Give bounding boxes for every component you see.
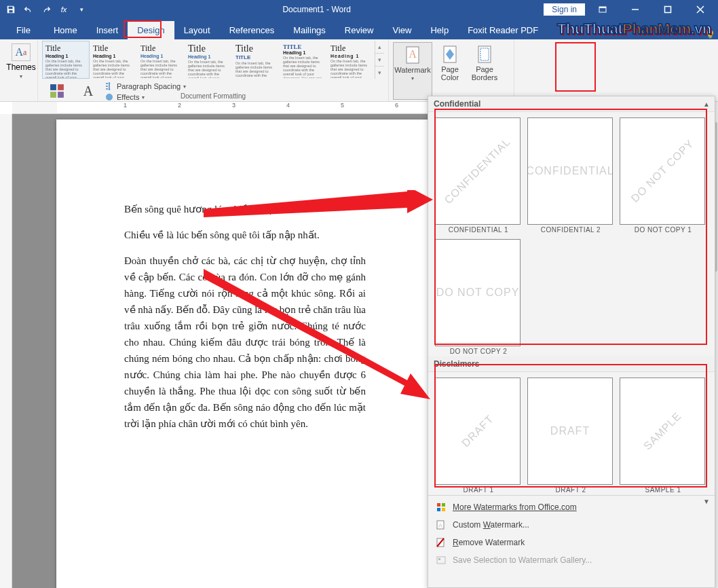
- paragraph-3: Đoàn thuyền chở các bà, các chị từ chợ h…: [124, 253, 366, 432]
- watermark-option[interactable]: DRAFTDRAFT 1: [435, 378, 522, 494]
- confidential-grid: CONFIDENTIALCONFIDENTIAL 1CONFIDENTIALCO…: [428, 112, 715, 356]
- paragraph-2: Chiều về là lúc bến sông quê tôi tấp nập…: [124, 227, 366, 243]
- page-borders-button[interactable]: Page Borders: [468, 42, 502, 100]
- sign-in-button[interactable]: Sign in: [544, 3, 585, 16]
- watermark-preview-text: CONFIDENTIAL: [442, 136, 513, 206]
- tab-insert[interactable]: Insert: [87, 21, 128, 39]
- ribbon-tabs: File Home Insert Design Layout Reference…: [0, 19, 718, 39]
- save-icon[interactable]: [3, 2, 19, 17]
- ribbon: Aa Themes ▾ Title Heading 1 On the Inser…: [0, 39, 718, 102]
- chevron-down-icon: ▾: [411, 75, 414, 81]
- custom-watermark-item[interactable]: A Custom Watermark...: [428, 516, 715, 534]
- group-label-doc-formatting: Document Formatting: [38, 92, 388, 100]
- themes-button[interactable]: Aa Themes ▾: [4, 41, 38, 79]
- watermark-menu: More Watermarks from Office.com A Custom…: [428, 495, 715, 572]
- style-thumb-title3[interactable]: Title Heading 1 On the Insert tab, the g…: [137, 41, 185, 79]
- gallery-scroll-up-icon[interactable]: ▲: [701, 99, 712, 109]
- svg-rect-7: [58, 84, 64, 90]
- custom-watermark-icon: A: [435, 519, 447, 530]
- save-selection-item: Save Selection to Watermark Gallery...: [428, 551, 715, 569]
- watermark-button[interactable]: A Watermark ▾: [393, 42, 432, 100]
- gallery-down-icon[interactable]: ▾: [375, 53, 384, 66]
- gallery-more-icon[interactable]: ▾: [375, 66, 384, 79]
- more-watermarks-item[interactable]: More Watermarks from Office.com: [428, 498, 715, 516]
- title-bar: fx ▾ Document1 - Word Sign in: [0, 0, 718, 19]
- svg-rect-16: [437, 503, 440, 507]
- tab-foxit[interactable]: Foxit Reader PDF: [458, 21, 548, 39]
- ruler-vertical[interactable]: [0, 114, 12, 588]
- style-thumb-title5[interactable]: Title TITLE On the Insert tab, the galle…: [232, 41, 280, 79]
- page-content[interactable]: Bến sông quê hương lúc chiều về. Chiều v…: [56, 120, 434, 468]
- watermark-option[interactable]: CONFIDENTIALCONFIDENTIAL 2: [527, 117, 614, 234]
- svg-rect-1: [599, 7, 606, 8]
- tell-me-icon[interactable]: 💡: [702, 30, 718, 39]
- tab-file[interactable]: File: [3, 21, 44, 39]
- gallery-up-icon[interactable]: ▴: [375, 41, 384, 53]
- style-thumb-title2[interactable]: Title Heading 1 On the Insert tab, the g…: [90, 41, 137, 79]
- maximize-button[interactable]: [653, 0, 683, 19]
- tab-design[interactable]: Design: [128, 21, 174, 39]
- tab-view[interactable]: View: [383, 21, 421, 39]
- watermark-caption: SAMPLE 1: [620, 486, 706, 494]
- watermark-gallery-panel: ▲ Confidential CONFIDENTIALCONFIDENTIAL …: [428, 96, 715, 588]
- text-cursor: [269, 204, 271, 215]
- redo-icon[interactable]: [38, 2, 54, 17]
- watermark-caption: DO NOT COPY 2: [435, 348, 522, 355]
- qat-more-icon[interactable]: ▾: [73, 2, 90, 17]
- tab-references[interactable]: References: [220, 21, 284, 39]
- svg-text:A: A: [438, 522, 442, 529]
- watermark-option[interactable]: DO NOT COPYDO NOT COPY 2: [435, 239, 522, 355]
- office-icon: [435, 502, 447, 513]
- tab-mailings[interactable]: Mailings: [284, 21, 335, 39]
- remove-watermark-icon: [435, 537, 447, 548]
- ribbon-display-icon[interactable]: [588, 0, 618, 19]
- paragraph-1: Bến sông quê hương lúc chiều về.: [124, 204, 269, 215]
- themes-label: Themes: [6, 62, 35, 72]
- gallery-scroll-down-icon[interactable]: ▼: [701, 496, 712, 506]
- style-thumb-title6[interactable]: TITLE Heading 1 On the Insert tab, the g…: [280, 41, 327, 79]
- watermark-caption: DO NOT COPY 1: [620, 226, 706, 234]
- save-gallery-icon: [435, 555, 447, 566]
- watermark-option[interactable]: SAMPLESAMPLE 1: [620, 378, 706, 494]
- fx-icon[interactable]: fx: [56, 2, 72, 17]
- style-gallery[interactable]: Title Heading 1 On the Insert tab, the g…: [42, 41, 384, 79]
- section-disclaimers: Disclaimers: [428, 356, 715, 372]
- tab-layout[interactable]: Layout: [174, 21, 220, 39]
- svg-rect-3: [665, 7, 671, 13]
- svg-rect-24: [437, 557, 445, 564]
- document-page: Bến sông quê hương lúc chiều về. Chiều v…: [56, 120, 434, 588]
- tab-help[interactable]: Help: [421, 21, 458, 39]
- page-color-icon: [440, 45, 459, 64]
- svg-rect-25: [438, 558, 440, 560]
- watermark-preview-text: DRAFT: [459, 413, 496, 449]
- watermark-preview-text: DO NOT COPY: [628, 137, 696, 205]
- watermark-preview-text: CONFIDENTIAL: [527, 165, 613, 177]
- disclaimers-grid: DRAFTDRAFT 1DRAFTDRAFT 2SAMPLESAMPLE 1: [428, 372, 715, 495]
- paragraph-spacing-button[interactable]: Paragraph Spacing ▾: [105, 81, 186, 91]
- watermark-caption: CONFIDENTIAL 1: [435, 226, 522, 234]
- watermark-caption: DRAFT 2: [527, 486, 614, 494]
- minimize-button[interactable]: [620, 0, 650, 19]
- section-confidential: Confidential: [428, 96, 715, 112]
- themes-icon: Aa: [12, 43, 31, 61]
- style-thumb-title7[interactable]: Title Heading 1 On the Insert tab, the g…: [327, 41, 375, 79]
- watermark-caption: DRAFT 1: [435, 486, 522, 494]
- undo-icon[interactable]: [20, 2, 37, 17]
- watermark-option[interactable]: DO NOT COPYDO NOT COPY 1: [620, 117, 706, 234]
- close-button[interactable]: [685, 0, 715, 19]
- watermark-option[interactable]: DRAFTDRAFT 2: [527, 378, 614, 494]
- watermark-preview-text: DO NOT COPY: [436, 287, 520, 299]
- watermark-option[interactable]: CONFIDENTIALCONFIDENTIAL 1: [435, 117, 522, 234]
- tab-home[interactable]: Home: [44, 21, 87, 39]
- page-color-button[interactable]: Page Color: [434, 42, 466, 100]
- svg-rect-17: [442, 503, 445, 507]
- tab-review[interactable]: Review: [335, 21, 383, 39]
- style-thumb-title4[interactable]: Title Heading 1 On the Insert tab, the g…: [185, 41, 232, 79]
- document-title: Document1 - Word: [90, 5, 544, 14]
- style-thumb-title1[interactable]: Title Heading 1 On the Insert tab, the g…: [42, 41, 90, 79]
- watermark-caption: CONFIDENTIAL 2: [527, 226, 614, 234]
- watermark-icon: A: [403, 45, 422, 65]
- remove-watermark-item[interactable]: Remove Watermark: [428, 534, 715, 551]
- svg-text:A: A: [409, 48, 417, 60]
- page-borders-icon: [475, 45, 494, 64]
